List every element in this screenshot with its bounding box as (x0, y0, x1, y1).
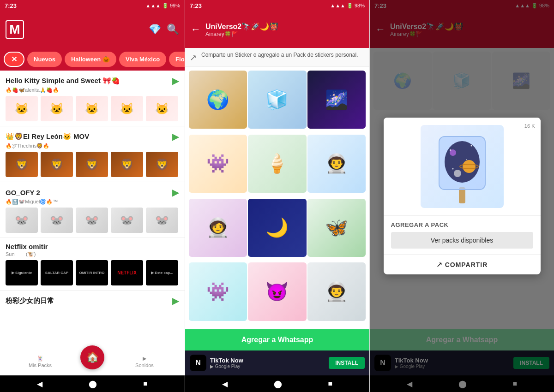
pack-title-anime: 粉彩少女的日常 (6, 297, 54, 305)
sticker-cell-space[interactable]: 🌌 (307, 71, 366, 129)
sticker-thumb[interactable]: 🐱 (111, 96, 143, 121)
back-sys-btn[interactable]: ◀ (37, 380, 42, 388)
modal-add-pack-label: AGREGAR A PACK (391, 221, 533, 228)
modal-share-label: COMPARTIR (445, 261, 488, 268)
right-panel: 7:23 ▲▲▲ 🔋 98% ← UniVerso2🔭🚀🌙👹 Ainarey🍀🚩… (369, 0, 554, 392)
mid-status-bar: 7:23 ▲▲▲ 🔋 98% (185, 0, 369, 11)
sticker-thumb[interactable]: ▶ Este cap... (146, 260, 178, 285)
pack-sub-netflix: Sun (🐮) (6, 251, 179, 257)
mid-battery-icon: 🔋 (347, 3, 353, 9)
ad-text: TikTok Now ▶ Google Play (210, 357, 325, 369)
play-icon-goofy[interactable]: ▶ (172, 187, 179, 198)
modal-add-pack-section: AGREGAR A PACK Ver packs disponibles (384, 215, 541, 254)
ad-store-name: Google Play (215, 364, 240, 369)
signal-icon: ▲▲▲ (145, 3, 161, 8)
sticker-thumb[interactable]: 🐭 (6, 208, 38, 233)
pack-thumbs-hellokitty: 🐱 🐱 🐱 🐱 🐱 (6, 96, 179, 121)
sticker-thumb[interactable]: 🐱 (146, 96, 178, 121)
sticker-cell-monster[interactable]: 👾 (189, 135, 247, 193)
sticker-cell-astronaut2[interactable]: 🧑‍🚀 (189, 199, 247, 257)
sticker-thumb[interactable]: 🦁 (41, 152, 73, 177)
sticker-pack-goofy[interactable]: GO_OFY 2 ▶ 🔥🔝🐭Miguel🌀🔥™ 🐭 🐭 🐭 🐭 🐭 (0, 182, 185, 238)
mid-back-button[interactable]: ← (191, 24, 201, 36)
sticker-pack-anime[interactable]: 粉彩少女的日常 ▶ (0, 291, 185, 312)
sticker-pack-rey-leon[interactable]: 👑🦁El Rey León🐱 MOV ▶ 🔥🕊Thechris🦁🔥 🦁 🦁 🦁 … (0, 126, 185, 182)
sticker-thumb[interactable]: 🦁 (146, 152, 178, 177)
battery-icon: 🔋 (162, 3, 169, 9)
nav-home-button[interactable]: 🏠 (80, 345, 104, 369)
mid-ad-banner: N TikTok Now ▶ Google Play INSTALL (185, 350, 369, 375)
nav-sonidos[interactable]: ▶ Sonidos (104, 356, 185, 368)
modal-overlay[interactable]: 16 K (370, 0, 554, 392)
home-sys-btn[interactable]: ⬤ (89, 380, 97, 388)
sticker-thumb[interactable]: 🐭 (146, 208, 178, 233)
sticker-thumb[interactable]: 🦁 (111, 152, 143, 177)
play-icon-reyleon[interactable]: ▶ (172, 131, 179, 142)
sticker-cell-astro3[interactable]: 👨‍🚀 (307, 262, 366, 321)
play-icon-anime[interactable]: ▶ (172, 295, 179, 306)
sticker-cell-moon[interactable]: 🌙 (248, 199, 306, 257)
sticker-cell-drink[interactable]: 🧊 (248, 71, 306, 129)
nav-mis-packs-label: Mis Packs (29, 362, 52, 368)
mid-status-icons: ▲▲▲ 🔋 98% (330, 3, 365, 9)
sticker-thumb[interactable]: 🦁 (76, 152, 108, 177)
sticker-thumb[interactable]: ▶ Siguiente (6, 260, 38, 285)
svg-point-2 (445, 141, 480, 183)
mid-signal-icon: ▲▲▲ (330, 3, 345, 8)
modal-share-section[interactable]: ↗ COMPARTIR (384, 254, 541, 274)
left-battery: 99% (170, 3, 180, 8)
sticker-cell-astronaut[interactable]: 👨‍🚀 (307, 135, 366, 193)
search-button[interactable]: 🔍 (167, 24, 179, 36)
play-icon-hellokitty[interactable]: ▶ (172, 75, 179, 86)
mid-back-sys[interactable]: ◀ (222, 380, 228, 388)
sticker-cell-devil[interactable]: 😈 (248, 262, 306, 321)
diamond-icon[interactable]: 💎 (149, 24, 161, 36)
ver-packs-button[interactable]: Ver packs disponibles (391, 232, 533, 249)
sticker-thumb[interactable]: OMITIR INTRO (76, 260, 108, 285)
left-system-bar: ◀ ⬤ ■ (0, 375, 185, 392)
sticker-cell-icecream[interactable]: 🍦 (248, 135, 306, 193)
sticker-thumb[interactable]: 🦁 (6, 152, 38, 177)
sticker-cell-monster2[interactable]: 👾 (189, 262, 247, 321)
nav-sonidos-label: Sonidos (135, 362, 154, 368)
mid-recents-sys[interactable]: ■ (328, 380, 332, 388)
add-whatsapp-button[interactable]: Agregar a Whatsapp (185, 329, 369, 350)
sticker-grid: 🌍 🧊 🌌 👾 🍦 👨‍🚀 🧑‍🚀 🌙 🦋 👾 😈 👨‍🚀 (185, 67, 369, 329)
sticker-cell-globe[interactable]: 🌍 (189, 71, 247, 129)
sticker-thumb[interactable]: SALTAR CAP (41, 260, 73, 285)
mid-home-sys[interactable]: ⬤ (274, 380, 282, 388)
sticker-cell-alien[interactable]: 🦋 (307, 199, 366, 257)
recents-sys-btn[interactable]: ■ (143, 380, 148, 388)
mid-chat-sub: Ainarey🍀🚩 (205, 31, 364, 37)
sticker-pack-netflix[interactable]: Netflix omitir Sun (🐮) ▶ Siguiente SALTA… (0, 238, 185, 291)
pack-sub-goofy: 🔥🔝🐭Miguel🌀🔥™ (6, 199, 179, 205)
mid-chat-header: ← UniVerso2🔭🚀🌙👹 Ainarey🍀🚩 (185, 11, 369, 48)
ad-install-button[interactable]: INSTALL (329, 357, 365, 369)
cat-other-btn[interactable]: Flo... (169, 52, 185, 67)
svg-point-4 (470, 145, 472, 147)
cat-halloween-btn[interactable]: Halloween 🎃 (65, 52, 116, 67)
pack-thumbs-netflix: ▶ Siguiente SALTAR CAP OMITIR INTRO NETF… (6, 260, 179, 285)
sticker-thumb[interactable]: 🐭 (76, 208, 108, 233)
svg-point-5 (466, 159, 467, 160)
pack-sub-hellokitty: 🔥🍓🦋alexita🙏🍓🔥 (6, 87, 179, 93)
sticker-thumb[interactable]: NETFLIX (111, 260, 143, 285)
svg-point-9 (450, 149, 456, 156)
cat-nuevos-btn[interactable]: Nuevos (27, 52, 62, 67)
sticker-thumb[interactable]: 🐱 (76, 96, 108, 121)
sticker-thumb[interactable]: 🐱 (6, 96, 38, 121)
pack-thumbs-reyleon: 🦁 🦁 🦁 🦁 🦁 (6, 152, 179, 177)
left-time: 7:23 (5, 2, 17, 9)
cat-mexico-btn[interactable]: Viva México (119, 52, 166, 67)
pack-title-reyleon: 👑🦁El Rey León🐱 MOV (6, 132, 89, 141)
sticker-thumb[interactable]: 🐭 (111, 208, 143, 233)
sticker-pack-hello-kitty[interactable]: Hello Kitty Simple and Sweet 🎀🍓 ▶ 🔥🍓🦋ale… (0, 71, 185, 126)
svg-point-6 (452, 168, 453, 170)
sticker-pack-list: Hello Kitty Simple and Sweet 🎀🍓 ▶ 🔥🍓🦋ale… (0, 71, 185, 348)
sticker-thumb[interactable]: 🐱 (41, 96, 73, 121)
packs-icon: 🃏 (37, 356, 43, 362)
sticker-thumb[interactable]: 🐭 (41, 208, 73, 233)
nav-mis-packs[interactable]: 🃏 Mis Packs (0, 356, 80, 368)
pack-sub-reyleon: 🔥🕊Thechris🦁🔥 (6, 143, 179, 149)
cat-close-btn[interactable]: ✕ (4, 52, 24, 67)
